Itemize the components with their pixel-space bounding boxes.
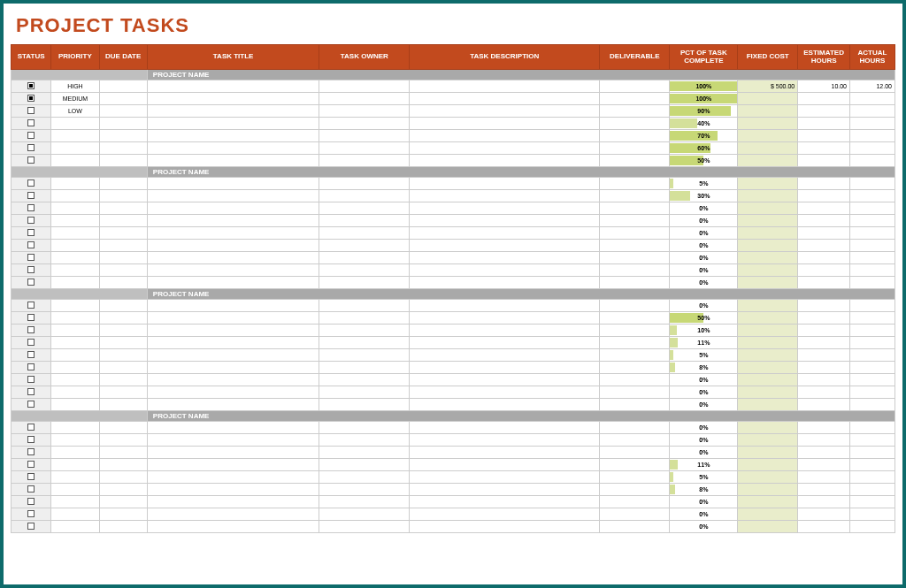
deliverable-cell[interactable]: [600, 399, 670, 411]
priority-cell[interactable]: [51, 142, 99, 155]
priority-cell[interactable]: [51, 300, 99, 312]
est-hours-cell[interactable]: [798, 277, 850, 289]
task-description-cell[interactable]: [410, 496, 600, 508]
task-description-cell[interactable]: [410, 459, 600, 471]
task-owner-cell[interactable]: [319, 142, 410, 155]
deliverable-cell[interactable]: [600, 155, 670, 167]
task-title-cell[interactable]: [147, 240, 319, 252]
status-cell[interactable]: [12, 422, 51, 434]
priority-cell[interactable]: LOW: [51, 105, 99, 118]
status-cell[interactable]: [12, 202, 51, 215]
pct-complete-cell[interactable]: 0%: [670, 496, 738, 508]
task-description-cell[interactable]: [410, 484, 600, 496]
task-title-cell[interactable]: [147, 434, 319, 447]
status-checkbox[interactable]: [27, 302, 35, 309]
fixed-cost-cell[interactable]: [738, 337, 798, 349]
due-date-cell[interactable]: [99, 130, 147, 142]
fixed-cost-cell[interactable]: [738, 93, 798, 105]
task-owner-cell[interactable]: [319, 178, 410, 190]
act-hours-cell[interactable]: [850, 471, 895, 484]
task-owner-cell[interactable]: [319, 337, 410, 349]
pct-complete-cell[interactable]: 0%: [670, 202, 738, 215]
priority-cell[interactable]: [51, 215, 99, 227]
deliverable-cell[interactable]: [600, 227, 670, 240]
pct-complete-cell[interactable]: 0%: [670, 399, 738, 411]
pct-complete-cell[interactable]: 0%: [670, 521, 738, 533]
task-owner-cell[interactable]: [319, 227, 410, 240]
status-cell[interactable]: [12, 312, 51, 325]
task-owner-cell[interactable]: [319, 264, 410, 277]
status-cell[interactable]: [12, 227, 51, 240]
deliverable-cell[interactable]: [600, 252, 670, 264]
task-title-cell[interactable]: [147, 422, 319, 434]
est-hours-cell[interactable]: [798, 337, 850, 349]
due-date-cell[interactable]: [99, 459, 147, 471]
priority-cell[interactable]: [51, 399, 99, 411]
act-hours-cell[interactable]: [850, 202, 895, 215]
status-checkbox[interactable]: [27, 179, 35, 187]
task-owner-cell[interactable]: [319, 300, 410, 312]
due-date-cell[interactable]: [99, 337, 147, 349]
due-date-cell[interactable]: [99, 277, 147, 289]
status-checkbox[interactable]: [27, 388, 35, 395]
due-date-cell[interactable]: [99, 142, 147, 155]
deliverable-cell[interactable]: [600, 215, 670, 227]
deliverable-cell[interactable]: [600, 434, 670, 447]
task-title-cell[interactable]: [147, 362, 319, 374]
est-hours-cell[interactable]: [798, 142, 850, 155]
due-date-cell[interactable]: [99, 496, 147, 508]
priority-cell[interactable]: [51, 422, 99, 434]
act-hours-cell[interactable]: [850, 215, 895, 227]
deliverable-cell[interactable]: [600, 337, 670, 349]
pct-complete-cell[interactable]: 5%: [670, 349, 738, 362]
task-title-cell[interactable]: [147, 142, 319, 155]
pct-complete-cell[interactable]: 100%: [670, 80, 738, 93]
est-hours-cell[interactable]: [798, 215, 850, 227]
pct-complete-cell[interactable]: 0%: [670, 386, 738, 399]
est-hours-cell[interactable]: [798, 155, 850, 167]
deliverable-cell[interactable]: [600, 374, 670, 386]
task-title-cell[interactable]: [147, 277, 319, 289]
task-owner-cell[interactable]: [319, 277, 410, 289]
priority-cell[interactable]: [51, 190, 99, 202]
due-date-cell[interactable]: [99, 374, 147, 386]
est-hours-cell[interactable]: [798, 496, 850, 508]
task-title-cell[interactable]: [147, 471, 319, 484]
task-title-cell[interactable]: [147, 508, 319, 521]
deliverable-cell[interactable]: [600, 459, 670, 471]
fixed-cost-cell[interactable]: [738, 508, 798, 521]
priority-cell[interactable]: [51, 264, 99, 277]
task-description-cell[interactable]: [410, 215, 600, 227]
priority-cell[interactable]: [51, 459, 99, 471]
task-title-cell[interactable]: [147, 105, 319, 118]
status-checkbox[interactable]: [27, 314, 35, 321]
due-date-cell[interactable]: [99, 105, 147, 118]
pct-complete-cell[interactable]: 0%: [670, 227, 738, 240]
act-hours-cell[interactable]: [850, 484, 895, 496]
task-description-cell[interactable]: [410, 362, 600, 374]
pct-complete-cell[interactable]: 0%: [670, 240, 738, 252]
task-description-cell[interactable]: [410, 422, 600, 434]
status-checkbox[interactable]: [27, 448, 35, 455]
status-cell[interactable]: [12, 240, 51, 252]
act-hours-cell[interactable]: [850, 337, 895, 349]
act-hours-cell[interactable]: [850, 399, 895, 411]
task-title-cell[interactable]: [147, 118, 319, 130]
act-hours-cell[interactable]: [850, 93, 895, 105]
due-date-cell[interactable]: [99, 447, 147, 459]
pct-complete-cell[interactable]: 0%: [670, 215, 738, 227]
status-checkbox[interactable]: [27, 376, 35, 383]
fixed-cost-cell[interactable]: [738, 130, 798, 142]
status-cell[interactable]: [12, 362, 51, 374]
est-hours-cell[interactable]: [798, 484, 850, 496]
act-hours-cell[interactable]: [850, 325, 895, 337]
deliverable-cell[interactable]: [600, 142, 670, 155]
est-hours-cell[interactable]: [798, 227, 850, 240]
task-description-cell[interactable]: [410, 386, 600, 399]
task-description-cell[interactable]: [410, 337, 600, 349]
act-hours-cell[interactable]: [850, 374, 895, 386]
due-date-cell[interactable]: [99, 252, 147, 264]
task-owner-cell[interactable]: [319, 155, 410, 167]
task-title-cell[interactable]: [147, 130, 319, 142]
status-checkbox[interactable]: [27, 339, 35, 346]
